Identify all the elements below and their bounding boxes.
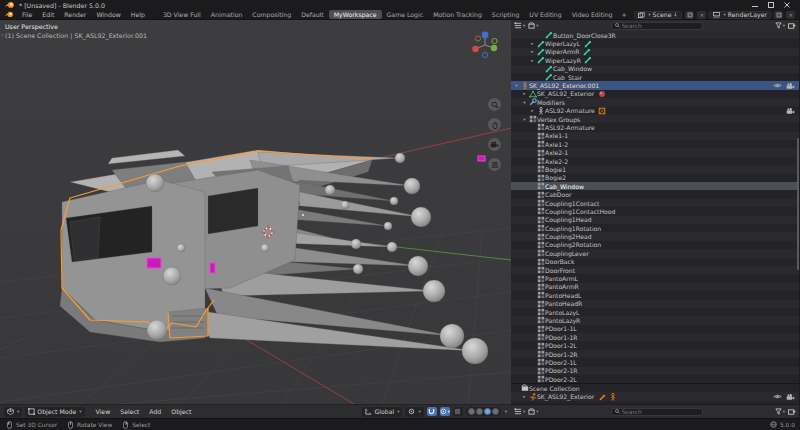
pan-tool-button[interactable] — [488, 118, 501, 131]
workspace-tab-animation[interactable]: Animation — [206, 10, 248, 19]
camera-icon[interactable] — [786, 393, 795, 401]
outliner-row[interactable]: ▾Modifiers — [511, 98, 799, 106]
outliner-search[interactable] — [611, 22, 703, 30]
menu-edit[interactable]: Edit — [37, 11, 59, 18]
navigation-gizmo[interactable] — [470, 30, 500, 60]
outliner-row[interactable]: Bogie2 — [511, 174, 799, 182]
outliner-row[interactable]: Coupling1ContactHood — [511, 207, 799, 215]
outliner-row[interactable]: ASL92-Armature — [511, 123, 799, 131]
tree-closed-icon[interactable]: ▸ — [529, 49, 536, 54]
display-mode-button[interactable]: ▾ — [514, 22, 525, 29]
menu-file[interactable]: File — [17, 11, 37, 18]
proportional-editing-toggle[interactable]: ▾ — [440, 407, 450, 416]
outliner-row[interactable]: PantoHeadR — [511, 300, 799, 308]
close-button[interactable] — [784, 2, 790, 8]
filter-collection-button[interactable]: ▾ — [528, 22, 538, 29]
tree-closed-icon[interactable]: ▸ — [529, 41, 536, 46]
outliner-row[interactable]: PantoArmR — [511, 283, 799, 291]
outliner-row[interactable]: Coupling1Rotation — [511, 224, 799, 232]
outliner-row[interactable]: Coupling1Contact — [511, 199, 799, 207]
menu-help[interactable]: Help — [126, 11, 150, 18]
eye-icon[interactable] — [773, 393, 782, 401]
xray-toggle[interactable] — [453, 407, 463, 416]
outliner-row[interactable]: Cab_Stair — [511, 73, 799, 81]
outliner-row[interactable]: Button_DoorClose3R — [511, 31, 799, 39]
workspace-tab-compositing[interactable]: Compositing — [247, 10, 296, 19]
perspective-tool-button[interactable] — [488, 158, 501, 171]
outliner-secondary-search[interactable] — [611, 408, 703, 416]
workspace-tab-uv-editing[interactable]: UV Editing — [524, 10, 566, 19]
shading-wireframe-button[interactable] — [468, 408, 475, 415]
tree-closed-icon[interactable]: ▸ — [529, 58, 536, 63]
scene-selector[interactable]: ▾ Scene — [634, 11, 682, 19]
camera-icon[interactable] — [786, 82, 795, 90]
outliner-row[interactable]: CouplingLever — [511, 249, 799, 257]
transform-orientation-selector[interactable]: Global ▾ — [362, 407, 402, 417]
outliner-row[interactable]: ▸SK_ASL92_Exterior — [511, 392, 799, 400]
view-layer-selector[interactable]: ▾ RenderLayer — [709, 11, 771, 19]
new-scene-button[interactable] — [685, 11, 694, 19]
outliner-row[interactable]: Bogie1 — [511, 165, 799, 173]
shading-rendered-button[interactable] — [492, 408, 499, 415]
new-view-layer-button[interactable] — [774, 11, 783, 19]
outliner-row[interactable]: Coupling1Head — [511, 216, 799, 224]
menu-render[interactable]: Render — [59, 11, 91, 18]
eye-icon[interactable] — [773, 82, 782, 90]
outliner-row[interactable]: DoorFront — [511, 266, 799, 274]
outliner-row[interactable]: Coupling2Head — [511, 232, 799, 240]
tree-open-icon[interactable]: ▾ — [521, 117, 528, 122]
shading-solid-button[interactable] — [476, 408, 483, 415]
workspace-tab-motion-tracking[interactable]: Motion Tracking — [428, 10, 487, 19]
toolbar-expand-icon[interactable]: ‹ — [1, 31, 3, 38]
filter-funnel-button[interactable]: ▾ — [775, 22, 785, 29]
viewport-menu-object[interactable]: Object — [167, 408, 195, 415]
outliner-row[interactable]: Coupling2Rotation — [511, 241, 799, 249]
outliner-row[interactable]: ▸ASL92-Armature — [511, 107, 799, 115]
outliner-row[interactable]: DoorBack — [511, 258, 799, 266]
outliner-row[interactable]: ▾Vertex Groups — [511, 115, 799, 123]
outliner-row[interactable]: ▸WiperLazyR — [511, 56, 799, 64]
tree-closed-icon[interactable]: ▸ — [521, 394, 528, 399]
camera-view-tool-button[interactable] — [488, 138, 501, 151]
workspace-tab-scripting[interactable]: Scripting — [487, 10, 525, 19]
remove-view-layer-icon[interactable]: ✕ — [786, 11, 795, 19]
outliner-row[interactable]: PDoor1-1L — [511, 325, 799, 333]
outliner-row[interactable]: Cab_Window — [511, 182, 799, 190]
filter-collection-button[interactable]: ▾ — [528, 408, 538, 415]
tree-closed-icon[interactable]: ▸ — [529, 108, 536, 113]
outliner-row[interactable]: PDoor1-2R — [511, 350, 799, 358]
workspace-tab-myworkspace[interactable]: MyWorkspace — [329, 10, 382, 19]
outliner-row[interactable]: PantoLazyR — [511, 316, 799, 324]
pivot-point-selector[interactable]: ▾ — [405, 407, 423, 417]
snap-toggle[interactable] — [427, 407, 437, 416]
chevron-down-icon[interactable]: ▾ — [505, 409, 507, 414]
filter-funnel-button[interactable]: ▾ — [775, 408, 785, 415]
outliner-row[interactable]: Axle2-1 — [511, 148, 799, 156]
viewport-menu-view[interactable]: View — [92, 408, 115, 415]
shading-material-preview-button[interactable] — [484, 408, 491, 415]
add-workspace-button[interactable]: + — [618, 11, 631, 18]
workspace-tab-game-logic[interactable]: Game Logic — [382, 10, 429, 19]
outliner-row[interactable]: Axle2-2 — [511, 157, 799, 165]
outliner-row[interactable]: CabDoor — [511, 190, 799, 198]
outliner-row[interactable]: PDoor1-2L — [511, 341, 799, 349]
tree-closed-icon[interactable]: ▸ — [521, 91, 528, 96]
workspace-tab-3d-view-full[interactable]: 3D View Full — [158, 10, 206, 19]
viewport-canvas[interactable] — [0, 20, 511, 404]
search-input[interactable] — [622, 23, 692, 29]
outliner-row[interactable]: Axle1-2 — [511, 140, 799, 148]
outliner-row[interactable]: Axle1-1 — [511, 132, 799, 140]
outliner-row[interactable]: Scene Collection — [511, 384, 799, 392]
outliner-row[interactable]: PDoor1-1R — [511, 333, 799, 341]
outliner-scrollbar[interactable] — [797, 138, 799, 270]
menu-window[interactable]: Window — [91, 11, 125, 18]
display-mode-button[interactable]: ▾ — [514, 408, 525, 415]
camera-icon[interactable] — [786, 107, 795, 115]
outliner-row[interactable]: ▸WiperArmR — [511, 48, 799, 56]
new-collection-button[interactable] — [788, 408, 796, 416]
mode-selector[interactable]: Object Mode ▾ — [25, 407, 84, 417]
outliner-row[interactable]: PDoor2-1R — [511, 367, 799, 375]
maximize-button[interactable] — [768, 2, 774, 8]
unlink-scene-icon[interactable]: ✕ — [697, 11, 706, 19]
outliner-row[interactable]: PantoHeadL — [511, 291, 799, 299]
